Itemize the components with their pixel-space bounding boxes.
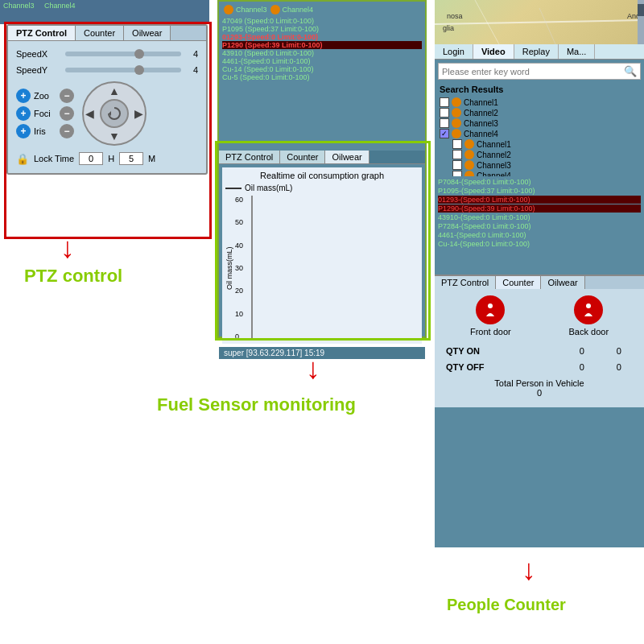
right-sub-ch1-text: Channel1 [477,140,511,149]
fuel-tab-ptz[interactable]: PTZ Control [219,151,280,163]
svg-point-5 [586,303,591,308]
front-door: Front door [470,295,511,336]
lock-m-unit: M [148,154,155,163]
speedx-thumb[interactable] [134,49,144,59]
right-scrollbar-top[interactable] [638,0,644,44]
counter-tabs: PTZ Control Counter Oilwear [435,276,644,289]
right-data-8: Cu-14-(Speed:0 Limit:0-100) [438,240,641,248]
right-sub-ch1-check[interactable] [452,139,462,149]
right-ch3-check[interactable] [440,118,449,128]
speedy-row: SpeedY 4 [16,65,198,75]
speedy-value: 4 [186,65,198,75]
people-counter-label: People Counter [447,596,566,614]
right-ch2-text: Channel2 [464,109,498,118]
front-door-label: Front door [470,327,511,336]
right-ch1-check[interactable] [440,97,449,107]
right-sub-ch2: Channel2 [440,150,639,159]
zoom-label: Zoo [34,91,56,101]
fuel-tab-counter[interactable]: Counter [280,151,325,163]
right-data-7: 4461-(Speed:0 Limit:0-100) [438,231,641,239]
iris-minus-button[interactable]: − [60,124,74,138]
speedy-thumb[interactable] [134,65,144,75]
lock-m-input[interactable] [119,152,143,165]
search-icon[interactable]: 🔍 [624,65,637,77]
zoom-plus-button[interactable]: + [16,89,31,103]
right-sub-ch2-icon [464,150,474,159]
right-data-4-red: P1290-(Speed:39 Limit:0-100) [438,204,641,213]
lock-h-unit: H [108,154,114,163]
fuel-graph-area: Realtime oil consumption graph Oil mass(… [222,167,422,344]
fuel-legend-line [225,188,242,189]
fuel-tab-oilwear[interactable]: Oilwear [325,151,369,163]
qty-on-label: QTY ON [441,343,564,359]
nav-tab-video[interactable]: Video [473,44,514,59]
speedx-row: SpeedX 4 [16,49,198,59]
lock-h-input[interactable] [79,152,103,165]
fuel-ch3-text: Channel3 [236,6,267,14]
counter-tab-counter[interactable]: Counter [496,276,541,289]
right-panel: nosa glia And Login Video Replay Ma... 🔍… [435,0,644,547]
ptz-tabs: PTZ Control Counter Oilwear [8,26,206,41]
fuel-chart [251,196,253,341]
joystick-arrows: ▲ ▼ ◀ ▶ [84,83,145,144]
ptz-body: SpeedX 4 SpeedY 4 + Zoo − + [8,41,206,173]
fuel-data-7: Cu-14 (Speed:0 Limit:0-100) [222,65,422,73]
right-data-1: P7084-(Speed:0 Limit:0-100) [438,178,641,186]
right-ch2-check[interactable] [440,108,449,118]
speedy-label: SpeedY [16,65,60,75]
nav-tab-more[interactable]: Ma... [559,44,595,59]
focus-plus-button[interactable]: + [16,106,31,121]
joystick[interactable]: ▲ ▼ ◀ ▶ [82,81,147,146]
fuel-data-8: Cu-5 (Speed:0 Limit:0-100) [222,73,422,81]
joy-down-arrow: ▼ [109,130,120,142]
back-door: Back door [569,295,609,336]
search-input[interactable] [442,67,624,76]
channel-bg-left: Channel3 Channel4 [0,0,209,24]
speedx-label: SpeedX [16,49,60,59]
right-sub-ch2-text: Channel2 [477,151,511,159]
joy-up-arrow: ▲ [109,85,120,97]
fuel-legend: Oil mass(mL) [225,184,419,192]
counter-tab-oilwear[interactable]: Oilwear [541,276,584,289]
ptz-arrow: ↓ [60,233,75,262]
back-door-icon [574,295,603,324]
ptz-label: PTZ control [24,266,122,287]
back-door-label: Back door [569,327,609,336]
fuel-data-5: 43910 (Speed:0 Limit:0-100) [222,49,422,57]
right-sub-ch2-check[interactable] [452,150,462,159]
speedx-track[interactable] [65,52,181,56]
svg-line-2 [475,0,499,44]
person-icon-front [482,302,498,318]
y-40: 40 [235,242,248,250]
counter-body: Front door Back door QTY ON 0 0 [435,289,644,407]
right-ch1-icon [452,97,461,107]
fuel-ch4-text: Channel4 [283,6,314,14]
y-30: 30 [235,264,248,272]
focus-row: + Foci − [16,106,74,121]
fuel-arrow: ↓ [306,354,320,383]
iris-plus-button[interactable]: + [16,124,31,138]
fuel-data-1: 47049 (Speed:0 Limit:0-100) [222,17,422,25]
right-ch4-check[interactable]: ✓ [440,129,449,138]
right-ch4-text: Channel4 [464,130,498,138]
counter-tab-ptz[interactable]: PTZ Control [435,276,496,289]
focus-minus-button[interactable]: − [60,106,74,121]
right-sub-ch3-text: Channel3 [477,161,511,170]
joy-left-arrow: ◀ [85,107,94,120]
right-sub-ch4-check[interactable] [452,171,462,176]
speedy-track[interactable] [65,68,181,72]
right-sub-ch1-icon [464,139,474,149]
nav-tab-login[interactable]: Login [435,44,473,59]
qty-off-label: QTY OFF [441,359,564,375]
right-scrollbar-thumb-top[interactable] [638,4,644,16]
tab-ptz-counter[interactable]: Counter [76,26,124,40]
tab-ptz-oilwear[interactable]: Oilwear [124,26,171,40]
right-sub-ch3-check[interactable] [452,160,462,170]
right-sub-ch3-icon [464,160,474,170]
qty-on-row: QTY ON 0 0 [441,343,638,359]
tab-ptz-control[interactable]: PTZ Control [8,26,76,40]
fuel-ch4: Channel4 [270,5,314,14]
right-ch3-icon [452,118,461,128]
nav-tab-replay[interactable]: Replay [514,44,559,59]
zoom-minus-button[interactable]: − [60,89,74,103]
